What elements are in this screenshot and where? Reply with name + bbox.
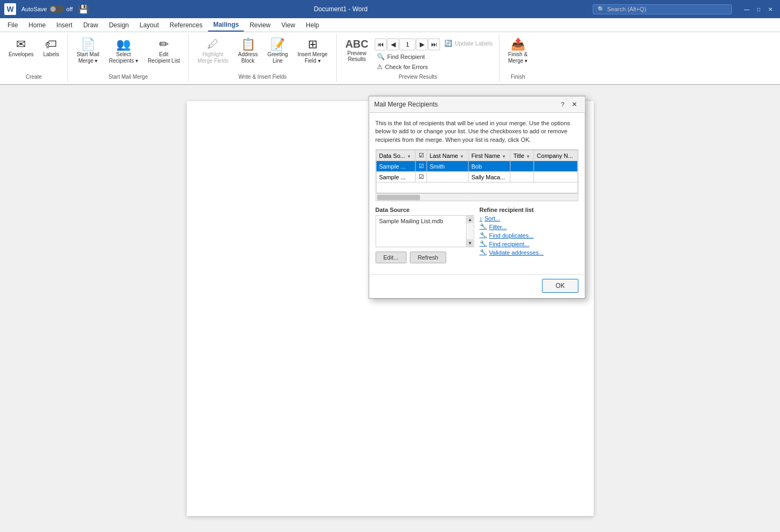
start-merge-label: Start MailMerge ▾ bbox=[77, 51, 99, 64]
greeting-line-icon: 📝 bbox=[270, 39, 285, 50]
col-firstname[interactable]: First Name ▼ bbox=[468, 150, 511, 161]
col-datasource[interactable]: Data So... ▼ bbox=[376, 150, 416, 161]
update-labels-button[interactable]: 🔄 Update Labels bbox=[442, 39, 495, 48]
cell-title-1 bbox=[510, 161, 534, 172]
check-errors-label: Check for Errors bbox=[385, 64, 428, 70]
table-scrollbar-horizontal[interactable] bbox=[376, 193, 578, 201]
scroll-down-arrow[interactable]: ▼ bbox=[467, 239, 474, 247]
menu-home[interactable]: Home bbox=[23, 19, 51, 31]
cell-title-2 bbox=[510, 172, 534, 183]
search-box[interactable]: 🔍 Search (Alt+Q) bbox=[593, 4, 732, 14]
menu-layout[interactable]: Layout bbox=[134, 19, 164, 31]
ok-button[interactable]: OK bbox=[542, 279, 578, 293]
scrollbar-thumb[interactable] bbox=[377, 195, 420, 200]
dialog-description: This is the list of recipients that will… bbox=[375, 119, 578, 144]
select-recipients-button[interactable]: 👥 SelectRecipients ▾ bbox=[104, 36, 142, 66]
minimize-button[interactable]: — bbox=[741, 4, 752, 14]
cell-firstname-2: Sally Maca... bbox=[468, 172, 511, 183]
edit-refresh-row: Edit... Refresh bbox=[375, 252, 474, 263]
data-source-label: Data Source bbox=[375, 207, 474, 213]
col-lastname[interactable]: Last Name ▼ bbox=[427, 150, 468, 161]
check-errors-icon: ⚠ bbox=[377, 63, 383, 71]
refine-links: ↕ Sort... 🔧 Filter... 🔧 Find duplicates. bbox=[480, 215, 579, 256]
autosave-state: off bbox=[66, 6, 73, 12]
menu-review[interactable]: Review bbox=[244, 19, 276, 31]
cell-check-1[interactable]: ☑ bbox=[415, 161, 427, 172]
dialog-bottom-section: Data Source Sample Mailing List.mdb ▲ ▼ bbox=[375, 207, 578, 263]
menu-insert[interactable]: Insert bbox=[51, 19, 78, 31]
title-bar: W AutoSave off 💾 Document1 - Word 🔍 Sear… bbox=[0, 0, 780, 18]
envelopes-button[interactable]: ✉ Envelopes bbox=[4, 36, 38, 66]
autosave-label: AutoSave bbox=[21, 6, 47, 12]
address-block-button[interactable]: 📋 AddressBlock bbox=[234, 36, 262, 66]
menu-file[interactable]: File bbox=[2, 19, 23, 31]
save-icon[interactable]: 💾 bbox=[78, 4, 89, 14]
menu-references[interactable]: References bbox=[164, 19, 208, 31]
nav-controls: ⏮ ◀ ▶ ⏭ bbox=[375, 39, 440, 50]
filter-link[interactable]: 🔧 Filter... bbox=[480, 223, 579, 230]
table-scroll-area[interactable]: Data So... ▼ ☑ Last Name ▼ First Name ▼ … bbox=[376, 150, 578, 193]
check-for-errors-button[interactable]: ⚠ Check for Errors bbox=[375, 62, 440, 72]
address-block-icon: 📋 bbox=[241, 39, 255, 50]
dialog-overlay: Mail Merge Recipients ? ✕ This is the li… bbox=[368, 96, 585, 299]
find-duplicates-link[interactable]: 🔧 Find duplicates... bbox=[480, 232, 579, 239]
word-icon: W bbox=[4, 3, 16, 15]
ribbon-group-start-mail-merge: 📄 Start MailMerge ▾ 👥 SelectRecipients ▾… bbox=[68, 34, 189, 82]
highlight-merge-fields-button[interactable]: 🖊 HighlightMerge Fields bbox=[193, 36, 233, 66]
edit-list-icon: ✏ bbox=[159, 39, 169, 50]
find-recipient-button[interactable]: 🔍 Find Recipient bbox=[375, 52, 440, 62]
dialog-close-button[interactable]: ✕ bbox=[570, 100, 579, 109]
maximize-button[interactable]: □ bbox=[753, 4, 764, 14]
datasource-item[interactable]: Sample Mailing List.mdb bbox=[378, 217, 472, 225]
finish-merge-button[interactable]: 📤 Finish &Merge ▾ bbox=[504, 36, 532, 66]
nav-first-button[interactable]: ⏮ bbox=[375, 39, 387, 50]
start-mail-merge-button[interactable]: 📄 Start MailMerge ▾ bbox=[72, 36, 103, 66]
col-company[interactable]: Company N... bbox=[534, 150, 577, 161]
create-buttons: ✉ Envelopes 🏷 Labels bbox=[4, 36, 63, 72]
labels-button[interactable]: 🏷 Labels bbox=[39, 36, 63, 66]
col-title[interactable]: Title ▼ bbox=[510, 150, 534, 161]
nav-next-button[interactable]: ▶ bbox=[416, 39, 428, 50]
menu-view[interactable]: View bbox=[276, 19, 301, 31]
menu-design[interactable]: Design bbox=[103, 19, 134, 31]
scroll-up-arrow[interactable]: ▲ bbox=[467, 216, 474, 223]
menu-help[interactable]: Help bbox=[300, 19, 324, 31]
labels-icon: 🏷 bbox=[45, 39, 57, 50]
nav-page-input[interactable] bbox=[399, 39, 415, 50]
autosave-toggle[interactable] bbox=[49, 5, 64, 13]
sort-icon: ↕ bbox=[480, 215, 483, 222]
table-row[interactable]: Sample ... ☑ Smith Bob bbox=[376, 161, 578, 172]
cell-datasource-2: Sample ... bbox=[376, 172, 416, 183]
validate-addresses-link[interactable]: 🔧 Validate addresses... bbox=[480, 249, 579, 256]
close-button[interactable]: ✕ bbox=[765, 4, 776, 14]
cell-firstname-1: Bob bbox=[468, 161, 511, 172]
edit-button[interactable]: Edit... bbox=[375, 252, 406, 263]
search-icon: 🔍 bbox=[597, 6, 605, 13]
ribbon-group-create: ✉ Envelopes 🏷 Labels Create bbox=[0, 34, 68, 82]
ribbon-group-finish: 📤 Finish &Merge ▾ Finish bbox=[499, 34, 536, 82]
find-recipient-label: Find Recipient bbox=[387, 54, 425, 60]
cell-check-2[interactable]: ☑ bbox=[415, 172, 427, 183]
datasource-list: Sample Mailing List.mdb ▲ ▼ bbox=[375, 215, 474, 247]
nav-prev-button[interactable]: ◀ bbox=[387, 39, 399, 50]
table-row[interactable]: Sample ... ☑ Sally Maca... bbox=[376, 172, 578, 183]
dialog-help-button[interactable]: ? bbox=[558, 100, 567, 109]
autosave-area: AutoSave off bbox=[21, 5, 73, 13]
preview-small-buttons: 🔍 Find Recipient ⚠ Check for Errors bbox=[375, 52, 440, 72]
menu-mailings[interactable]: Mailings bbox=[208, 19, 244, 32]
refresh-button[interactable]: Refresh bbox=[410, 252, 446, 263]
menu-draw[interactable]: Draw bbox=[78, 19, 103, 31]
recipients-table-container: Data So... ▼ ☑ Last Name ▼ First Name ▼ … bbox=[375, 149, 578, 201]
filter-label: Filter... bbox=[489, 224, 507, 230]
greeting-line-label: GreetingLine bbox=[267, 51, 287, 64]
nav-last-button[interactable]: ⏭ bbox=[428, 39, 440, 50]
insert-merge-field-button[interactable]: ⊞ Insert MergeField ▾ bbox=[293, 36, 332, 66]
find-recipient-link[interactable]: 🔧 Find recipient... bbox=[480, 240, 579, 247]
greeting-line-button[interactable]: 📝 GreetingLine bbox=[263, 36, 292, 66]
envelopes-icon: ✉ bbox=[16, 39, 26, 50]
col-checkbox[interactable]: ☑ bbox=[415, 150, 427, 161]
preview-results-button[interactable]: ABC PreviewResults bbox=[341, 36, 373, 64]
sort-link[interactable]: ↕ Sort... bbox=[480, 215, 579, 222]
edit-recipient-list-button[interactable]: ✏ EditRecipient List bbox=[143, 36, 184, 66]
search-placeholder: Search (Alt+Q) bbox=[607, 6, 646, 12]
